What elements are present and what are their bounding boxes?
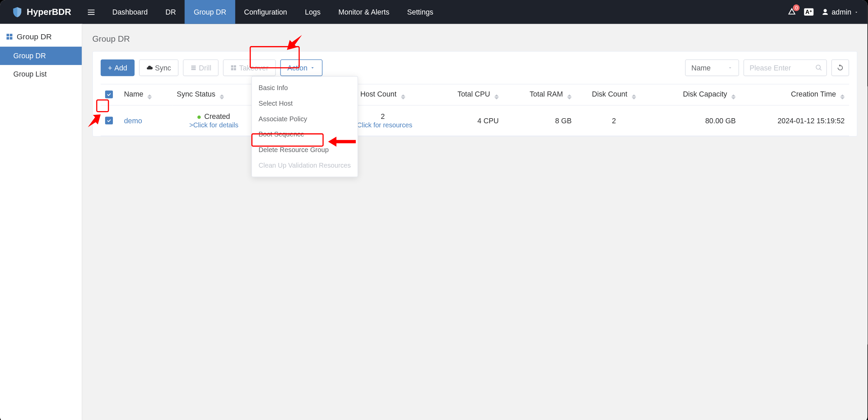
shield-icon [11, 6, 23, 18]
search-icon [815, 64, 822, 71]
main-content: Group DR +Add Sync Drill Takeover [82, 24, 868, 420]
column-name[interactable]: Name [120, 84, 173, 105]
user-label: admin [832, 8, 851, 16]
disk-capacity-text: 80.00 GB [705, 117, 736, 125]
status-dot [198, 115, 201, 119]
sidebar-title: Group DR [0, 27, 82, 47]
column-disk-count[interactable]: Disk Count [576, 84, 652, 105]
column-total-cpu[interactable]: Total CPU [431, 84, 503, 105]
drill-icon [190, 64, 197, 71]
sync-status-text: Created [204, 112, 230, 121]
plus-icon: + [108, 64, 112, 72]
content-card: +Add Sync Drill Takeover Action [92, 51, 857, 137]
filter-field-select[interactable]: Name [685, 59, 739, 76]
nav-settings[interactable]: Settings [398, 0, 442, 24]
action-clean-up-validation-resources: Clean Up Validation Resources [252, 158, 357, 173]
annotation-arrow [87, 114, 101, 128]
annotation-arrow [328, 136, 356, 147]
total-ram-text: 8 GB [555, 117, 572, 125]
column-sync-status[interactable]: Sync Status [172, 84, 255, 105]
nav-logs[interactable]: Logs [296, 0, 330, 24]
column-total-ram[interactable]: Total RAM [503, 84, 576, 105]
drill-button: Drill [183, 59, 219, 76]
brand-text: HyperBDR [27, 7, 71, 17]
sidebar: Group DR Group DRGroup List [0, 24, 82, 420]
nav-dashboard[interactable]: Dashboard [103, 0, 157, 24]
nav-configuration[interactable]: Configuration [235, 0, 296, 24]
cloud-icon [146, 64, 153, 71]
row-checkbox[interactable] [105, 117, 113, 124]
user-icon [821, 8, 829, 16]
refresh-icon [836, 64, 844, 72]
grid-icon [5, 33, 13, 41]
alert-badge: 0 [793, 4, 800, 11]
sidebar-item-group-dr[interactable]: Group DR [0, 47, 82, 65]
row-name-link[interactable]: demo [124, 117, 142, 125]
annotation-arrow [287, 35, 303, 51]
user-menu[interactable]: admin [821, 8, 859, 16]
top-nav: DashboardDRGroup DRConfigurationLogsMoni… [103, 0, 442, 24]
takeover-icon [230, 64, 237, 71]
sync-details-link[interactable]: >Click for details [189, 121, 238, 129]
sync-button[interactable]: Sync [139, 59, 178, 76]
group-table: Name Sync Status Boot Status Host Count … [101, 84, 849, 136]
table-row: demoCreated>Click for detailsNo Task2>Cl… [101, 105, 849, 136]
hamburger-icon [87, 7, 96, 16]
takeover-button: Takeover [223, 59, 276, 76]
select-all-checkbox[interactable] [105, 90, 113, 98]
sidebar-item-group-list[interactable]: Group List [0, 65, 82, 83]
action-associate-policy[interactable]: Associate Policy [252, 111, 357, 127]
chevron-down-icon [310, 65, 315, 70]
host-count-text: 2 [381, 112, 385, 121]
page-title: Group DR [92, 34, 857, 43]
alerts-button[interactable]: 0 [788, 7, 796, 17]
creation-time-text: 2024-01-12 15:19:52 [777, 117, 845, 125]
check-icon [106, 92, 112, 97]
search-input[interactable] [744, 59, 827, 76]
action-select-host[interactable]: Select Host [252, 96, 357, 111]
nav-dr[interactable]: DR [157, 0, 185, 24]
add-button[interactable]: +Add [101, 59, 135, 76]
brand-logo: HyperBDR [0, 6, 79, 18]
nav-monitor-alerts[interactable]: Monitor & Alerts [330, 0, 398, 24]
total-cpu-text: 4 CPU [477, 117, 499, 125]
topbar: HyperBDR DashboardDRGroup DRConfiguratio… [0, 0, 867, 24]
column-disk-capacity[interactable]: Disk Capacity [652, 84, 740, 105]
nav-group-dr[interactable]: Group DR [185, 0, 235, 24]
action-dropdown-button[interactable]: Action [280, 59, 322, 76]
menu-toggle[interactable] [79, 0, 103, 24]
refresh-button[interactable] [831, 59, 849, 76]
action-basic-info[interactable]: Basic Info [252, 80, 357, 96]
action-dropdown-menu: Basic InfoSelect HostAssociate PolicyBoo… [251, 76, 358, 177]
language-toggle[interactable]: A⁺ [804, 8, 813, 16]
disk-count-text: 2 [612, 117, 616, 125]
caret-down-icon [854, 10, 859, 14]
column-creation-time[interactable]: Creation Time [740, 84, 849, 105]
chevron-down-icon [727, 65, 733, 70]
toolbar: +Add Sync Drill Takeover Action [101, 59, 849, 76]
host-resources-link[interactable]: >Click for resources [353, 121, 412, 129]
